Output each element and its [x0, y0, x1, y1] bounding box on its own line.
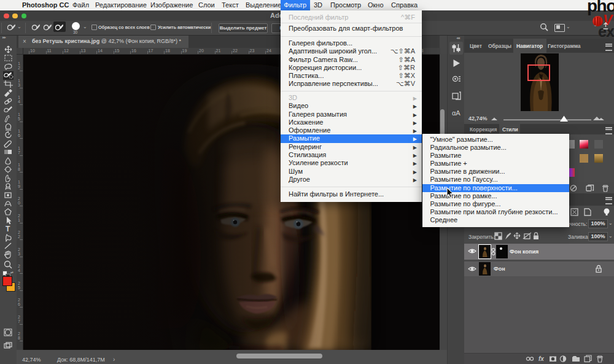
svg-text:αA: αA [452, 109, 460, 117]
svg-text:fx: fx [538, 355, 544, 362]
svg-text:T: T [6, 225, 10, 233]
